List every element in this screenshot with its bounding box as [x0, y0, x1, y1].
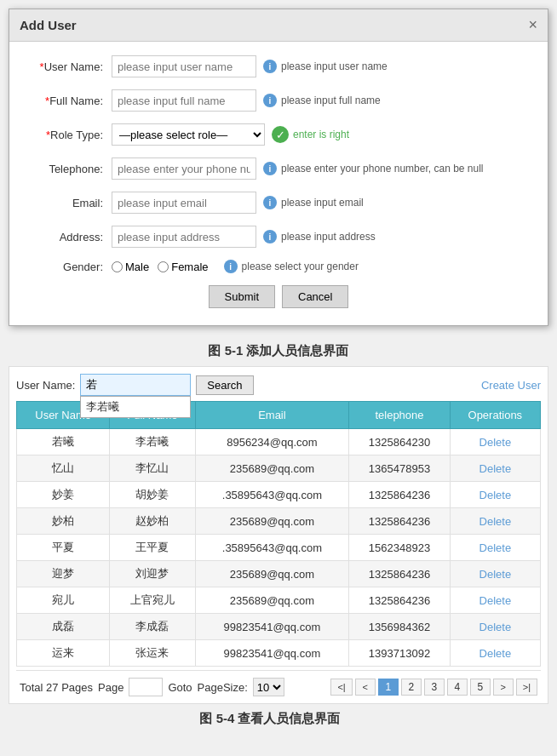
delete-link[interactable]: Delete [479, 436, 512, 449]
page-3-btn[interactable]: 3 [424, 679, 445, 696]
info-icon4: i [263, 196, 277, 209]
search-bar: User Name: 李若曦 Search Create User [16, 374, 541, 396]
autocomplete-item[interactable]: 李若曦 [81, 397, 190, 417]
username-row: *User Name: i please input user name [26, 55, 531, 77]
modal-close-button[interactable]: × [528, 16, 537, 34]
fig4-caption-text: 图 5-4 查看人员信息界面 [199, 711, 340, 725]
search-button[interactable]: Search [196, 375, 253, 395]
table-wrapper: User Name Full Name Email telephone Oper… [16, 401, 541, 667]
cell-fullname: 张运来 [110, 640, 195, 667]
gender-female-option[interactable]: Female [158, 261, 208, 273]
delete-link[interactable]: Delete [479, 568, 512, 581]
cell-fullname: 李成磊 [110, 614, 195, 640]
delete-link[interactable]: Delete [479, 621, 512, 633]
address-hint: i please input address [263, 230, 376, 243]
cell-email: 99823541@qq.com [195, 640, 349, 667]
gender-row: Gender: Male Female i please select your… [26, 260, 531, 273]
page-first-btn[interactable]: <| [330, 679, 352, 696]
table-row: 成磊 李成磊 99823541@qq.com 1356984362 Delete [17, 614, 541, 640]
cell-telephone: 1562348923 [349, 535, 450, 561]
gender-label: Gender: [26, 261, 112, 273]
gender-hint-text: please select your gender [242, 261, 359, 272]
roletype-row: *Role Type: —please select role— ✓ enter… [26, 123, 531, 146]
cell-email: .35895643@qq.com [195, 482, 349, 508]
cell-email: 235689@qq.com [195, 508, 349, 535]
cancel-button[interactable]: Cancel [282, 285, 348, 308]
gender-male-option[interactable]: Male [112, 261, 149, 273]
cell-operations: Delete [450, 429, 540, 455]
gender-female-label: Female [171, 261, 208, 273]
table-row: 忆山 李忆山 235689@qq.com 1365478953 Delete [17, 455, 541, 482]
page-input[interactable] [129, 678, 163, 696]
required-star3: * [46, 129, 50, 141]
fullname-input[interactable] [112, 89, 256, 112]
telephone-hint: i please enter your phone number, can be… [263, 162, 484, 175]
cell-email: 235689@qq.com [195, 587, 349, 614]
page-4-btn[interactable]: 4 [447, 679, 468, 696]
email-input[interactable] [112, 192, 256, 214]
email-hint-text: please input email [281, 197, 364, 209]
fullname-hint-text: please input full name [281, 94, 381, 106]
page-prev-btn[interactable]: < [355, 679, 376, 696]
delete-link[interactable]: Delete [479, 515, 512, 528]
page-1-btn[interactable]: 1 [378, 679, 399, 696]
cell-operations: Delete [450, 508, 540, 535]
roletype-valid: ✓ enter is right [272, 126, 349, 143]
cell-email: 235689@qq.com [195, 455, 349, 482]
cell-username: 忆山 [17, 455, 110, 482]
gender-female-radio[interactable] [158, 261, 169, 272]
search-input[interactable] [80, 374, 191, 396]
telephone-label: Telephone: [26, 163, 112, 175]
table-row: 妙柏 赵妙柏 235689@qq.com 1325864236 Delete [17, 508, 541, 535]
gender-hint: i please select your gender [224, 260, 359, 273]
table-row: 若曦 李若曦 8956234@qq.com 1325864230 Delete [17, 429, 541, 455]
cell-email: .35895643@qq.com [195, 535, 349, 561]
telephone-input[interactable] [112, 158, 256, 180]
gender-male-label: Male [125, 261, 149, 273]
cell-operations: Delete [450, 482, 540, 508]
delete-link[interactable]: Delete [479, 489, 512, 501]
address-hint-text: please input address [281, 231, 376, 243]
create-user-link[interactable]: Create User [481, 379, 541, 392]
modal-header: Add User × [9, 9, 548, 42]
cell-operations: Delete [450, 455, 540, 482]
goto-label: Goto [168, 681, 192, 694]
cell-username: 若曦 [17, 429, 110, 455]
cell-fullname: 李若曦 [110, 429, 195, 455]
pagesize-label: PageSize: [198, 681, 248, 694]
cell-username: 宛儿 [17, 587, 110, 614]
page-label: Page [98, 681, 123, 694]
email-row: Email: i please input email [26, 192, 531, 214]
delete-link[interactable]: Delete [479, 594, 512, 607]
email-label: Email: [26, 197, 112, 209]
info-icon: i [263, 60, 277, 73]
page-last-btn[interactable]: >| [516, 679, 537, 696]
gender-male-radio[interactable] [112, 261, 123, 272]
page-5-btn[interactable]: 5 [470, 679, 491, 696]
page-next-btn[interactable]: > [493, 679, 514, 696]
cell-telephone: 1356984362 [349, 614, 450, 640]
info-icon5: i [263, 230, 277, 243]
user-table: User Name Full Name Email telephone Oper… [16, 401, 541, 667]
table-row: 迎梦 刘迎梦 235689@qq.com 1325864236 Delete [17, 561, 541, 587]
gender-options: Male Female [112, 261, 217, 273]
cell-username: 迎梦 [17, 561, 110, 587]
submit-button[interactable]: Submit [209, 285, 275, 308]
cell-username: 运来 [17, 640, 110, 667]
delete-link[interactable]: Delete [479, 647, 512, 660]
roletype-select[interactable]: —please select role— [112, 123, 265, 146]
modal-title: Add User [20, 18, 77, 32]
pagesize-select[interactable]: 10 20 50 [253, 678, 284, 696]
username-input[interactable] [112, 55, 256, 77]
col-operations: Operations [450, 402, 540, 429]
cell-fullname: 赵妙柏 [110, 508, 195, 535]
cell-fullname: 刘迎梦 [110, 561, 195, 587]
delete-link[interactable]: Delete [479, 541, 512, 554]
page-2-btn[interactable]: 2 [401, 679, 422, 696]
delete-link[interactable]: Delete [479, 462, 512, 475]
cell-username: 妙柏 [17, 508, 110, 535]
address-input[interactable] [112, 226, 256, 248]
cell-operations: Delete [450, 535, 540, 561]
username-label: *User Name: [26, 60, 112, 73]
cell-fullname: 王平夏 [110, 535, 195, 561]
